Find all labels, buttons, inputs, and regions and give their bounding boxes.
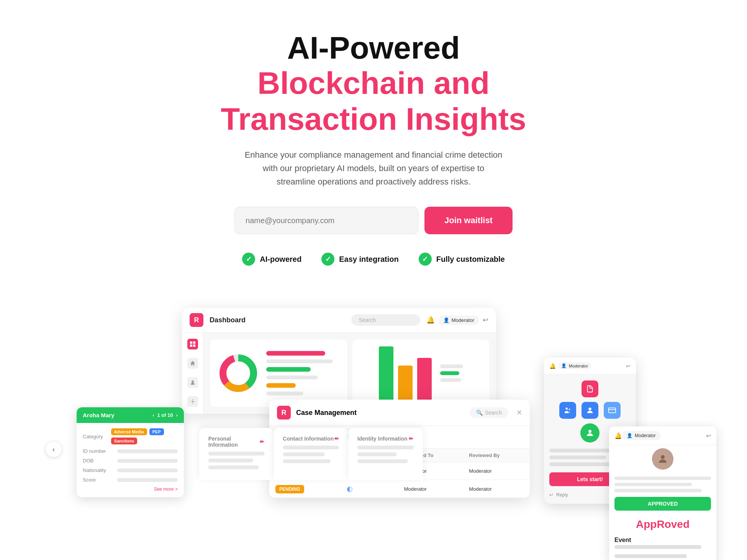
info-card-personal-title: Personal Information ✏ <box>208 436 265 448</box>
mobile-icon-card <box>604 402 621 419</box>
status-cell-2: PENDING <box>269 480 341 498</box>
svg-point-5 <box>192 401 193 402</box>
info-card-identity-title: Identity Information ✏ <box>357 436 414 442</box>
dashboard-header: R Dashboard Search 🔔 👤 Moderator ↩ <box>182 308 496 333</box>
logout-icon[interactable]: ↩ <box>483 316 488 324</box>
tag-row: Adverse Media PEP Sanctions <box>111 428 178 444</box>
svg-point-10 <box>566 408 568 410</box>
feature-easy-integration: ✓ Easy integration <box>321 253 399 266</box>
check-icon-customizable: ✓ <box>419 253 432 266</box>
feature-label-ai: AI-powered <box>260 255 301 264</box>
approved-btn: APPROVED <box>614 497 711 511</box>
field-value-dob <box>117 459 178 463</box>
bell-icon[interactable]: 🔔 <box>426 316 435 324</box>
join-waitlist-button[interactable]: Join waitlist <box>424 207 513 234</box>
mobile-line-2 <box>549 456 606 459</box>
info-card-personal: Personal Information ✏ <box>199 428 274 480</box>
svg-rect-3 <box>193 344 195 347</box>
preview-section: ‹ R Dashboard Search 🔔 👤 Moderator ↩ <box>0 281 747 480</box>
hero-section: AI-Powered Blockchain and Transaction In… <box>0 0 747 281</box>
feature-label-customizable: Fully customizable <box>436 255 505 264</box>
approved-text-big: AppRoved <box>609 518 716 531</box>
person-card-nav[interactable]: ‹ 1 of 10 › <box>152 412 178 418</box>
field-label-dob: DOB <box>83 458 117 464</box>
mobile-moderator-label: Moderator <box>569 364 588 368</box>
info-card-contact: Contact Information ✏ <box>274 428 348 480</box>
mobile-icon-users <box>559 402 576 419</box>
approved-body: APPROVED <box>609 477 716 516</box>
dashboard-search[interactable]: Search <box>351 314 420 326</box>
svg-rect-1 <box>193 341 195 344</box>
info-card-contact-title: Contact Information ✏ <box>283 436 339 442</box>
field-label-id: ID number <box>83 448 117 454</box>
mobile-icon-row-1 <box>582 380 598 397</box>
mobile-card-header: 🔔 👤 Moderator ↩ <box>544 358 636 374</box>
table-row: PENDING ◐ Moderator Moderator <box>269 480 530 498</box>
risk-cell-2: ◐ <box>341 480 398 498</box>
bar-green <box>379 346 393 400</box>
sidebar-icon-grid[interactable] <box>187 339 198 349</box>
feature-customizable: ✓ Fully customizable <box>419 253 505 266</box>
person-card: Aroha Mary ‹ 1 of 10 › Category Adverse … <box>77 407 184 497</box>
features-row: ✓ AI-powered ✓ Easy integration ✓ Fully … <box>242 253 505 266</box>
edit-icon-personal[interactable]: ✏ <box>260 439 264 445</box>
prev-arrow[interactable]: ‹ <box>152 412 154 418</box>
bar-chart-panel <box>352 340 489 407</box>
approved-line-2 <box>614 483 692 486</box>
close-icon-case[interactable]: ✕ <box>516 408 522 417</box>
info-line-i2 <box>357 452 397 456</box>
mobile-bell-icon: 🔔 <box>549 363 556 369</box>
sidebar-icon-user[interactable] <box>187 377 198 388</box>
person-field-score: Score <box>83 477 178 483</box>
info-cards-row: Personal Information ✏ Contact Informati… <box>199 428 423 480</box>
person-name: Aroha Mary <box>83 412 115 418</box>
bell-icon-approved: 🔔 <box>614 432 622 439</box>
tag-pep: PEP <box>149 428 164 435</box>
badge-pending-2: PENDING <box>275 485 304 493</box>
case-search[interactable]: 🔍 Search <box>470 407 508 418</box>
sidebar-icon-settings[interactable] <box>187 396 198 407</box>
case-management-title: Case Management <box>296 409 465 417</box>
mobile-moderator-badge: 👤 Moderator <box>558 362 591 369</box>
approved-logout-icon[interactable]: ↩ <box>706 432 711 439</box>
field-value-id <box>117 449 178 453</box>
sidebar-icon-home[interactable] <box>187 358 198 369</box>
mobile-logout-icon[interactable]: ↩ <box>626 363 631 369</box>
approved-user-icon: 👤 <box>627 433 632 438</box>
dashboard-title: Dashboard <box>210 316 345 324</box>
reply-label: Reply <box>556 492 568 498</box>
chart-line-3 <box>266 392 303 395</box>
person-field-dob: DOB <box>83 458 178 464</box>
person-field-nationality: Nationality <box>83 467 178 473</box>
edit-icon-identity[interactable]: ✏ <box>409 436 413 442</box>
info-line-c1 <box>283 446 339 449</box>
dashboard-sidebar <box>182 333 203 414</box>
hero-title-pink: Blockchain and Transaction Insights <box>221 65 526 137</box>
info-line-i3 <box>357 459 408 463</box>
bar-red <box>417 358 432 400</box>
case-logo: R <box>277 406 291 420</box>
approved-avatar <box>652 448 673 470</box>
next-arrow[interactable]: › <box>176 412 178 418</box>
chart-line-2 <box>266 376 318 379</box>
approved-line-1 <box>614 477 711 480</box>
mobile-icon-document <box>582 380 598 397</box>
dashboard-logo: R <box>190 313 203 327</box>
page-indicator: 1 of 10 <box>157 412 173 418</box>
person-card-header: Aroha Mary ‹ 1 of 10 › <box>77 407 184 423</box>
reviewed-cell-1: Moderator <box>463 462 530 480</box>
approved-avatar-container <box>609 445 716 473</box>
bar-label-1 <box>440 364 463 368</box>
email-input[interactable] <box>234 207 418 234</box>
svg-rect-13 <box>609 408 616 413</box>
chart-line-green <box>266 367 311 372</box>
info-line-i1 <box>357 446 414 449</box>
nav-arrow-left[interactable]: ‹ <box>46 442 61 457</box>
risk-icon-2: ◐ <box>347 485 353 493</box>
approved-moderator-label: Moderator <box>635 433 656 438</box>
svg-point-11 <box>569 409 570 410</box>
event-lines <box>609 545 716 560</box>
edit-icon-contact[interactable]: ✏ <box>334 436 339 442</box>
see-more-link[interactable]: See more > <box>83 487 178 492</box>
approved-moderator-badge: 👤 Moderator <box>622 431 660 440</box>
